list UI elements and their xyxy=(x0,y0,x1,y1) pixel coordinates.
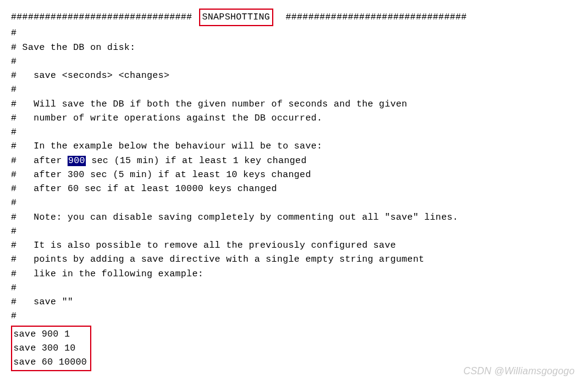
save-directive: save 900 1 xyxy=(13,327,87,341)
comment-line: # save "" xyxy=(11,295,577,309)
comment-line-with-selection: # after 900 sec (15 min) if at least 1 k… xyxy=(11,154,577,168)
comment-line: # xyxy=(11,196,577,210)
selected-text[interactable]: 900 xyxy=(68,156,86,166)
hashes-left: ################################ xyxy=(11,12,192,23)
comment-line: # after 60 sec if at least 10000 keys ch… xyxy=(11,182,577,196)
watermark: CSDN @Williamsgogogo xyxy=(463,366,575,377)
comment-line: # save <seconds> <changes> xyxy=(11,69,577,83)
comment-line: # xyxy=(11,309,577,323)
comment-line: # It is also possible to remove all the … xyxy=(11,239,577,253)
comment-line: # Note: you can disable saving completel… xyxy=(11,211,577,225)
comment-line: # xyxy=(11,125,577,139)
comment-line: # xyxy=(11,26,577,40)
comment-line: # xyxy=(11,281,577,295)
save-directives-highlight-box: save 900 1 save 300 10 save 60 10000 xyxy=(11,326,91,372)
header-line: ################################ SNAPSHO… xyxy=(11,9,577,26)
comment-line: # points by adding a save directive with… xyxy=(11,253,577,267)
comment-line: # like in the following example: xyxy=(11,267,577,281)
hashes-right: ################################ xyxy=(285,12,467,23)
text-before-selection: # after xyxy=(11,156,68,166)
text-after-selection: sec (15 min) if at least 1 key changed xyxy=(86,156,307,166)
comment-line: # xyxy=(11,225,577,239)
comment-line: # In the example below the behaviour wil… xyxy=(11,139,577,153)
save-directive: save 60 10000 xyxy=(13,355,87,369)
section-title: SNAPSHOTTING xyxy=(202,12,270,23)
comment-line: # number of write operations against the… xyxy=(11,111,577,125)
comment-line: # xyxy=(11,55,577,69)
comment-line: # xyxy=(11,83,577,97)
title-highlight-box: SNAPSHOTTING xyxy=(199,9,273,26)
comment-line: # Will save the DB if both the given num… xyxy=(11,97,577,111)
save-directive: save 300 10 xyxy=(13,341,87,355)
comment-line: # after 300 sec (5 min) if at least 10 k… xyxy=(11,168,577,182)
comment-line: # Save the DB on disk: xyxy=(11,41,577,55)
